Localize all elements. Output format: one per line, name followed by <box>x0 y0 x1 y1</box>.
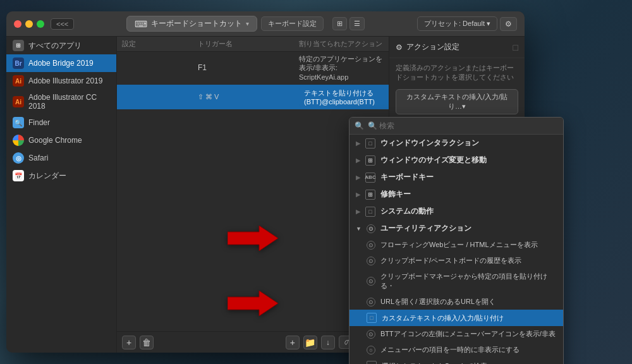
dropdown-item-label: クリップボード/ペーストボードの履歴を表示 <box>380 256 521 265</box>
keyboard-icon: ⌨ <box>135 19 147 29</box>
panel-title: アクション設定 <box>406 42 459 52</box>
gear-button[interactable]: ⚙ <box>500 17 517 31</box>
col-trigger: トリガー名 <box>198 39 299 49</box>
utility-icon: ⊙ <box>367 224 375 233</box>
trash-icon: 🗑 <box>142 337 151 348</box>
dropdown-item-label: メニューバーの項目を一時的に非表示にする <box>380 345 520 355</box>
sidebar: ⊞ すべてのアプリ Br Adobe Bridge 2019 Ai Adobe … <box>6 37 117 353</box>
table-row[interactable]: ⇧ ⌘ V テキストを貼り付ける (BTT)@clipboard(BTT) <box>117 85 389 110</box>
trigger-cell: ⇧ ⌘ V <box>198 93 299 101</box>
chevron-right-icon: ▶ <box>356 157 360 164</box>
cmd-icon: ⌘ <box>205 93 212 101</box>
dropdown-group-keyboard[interactable]: ▶ ABC キーボードキー <box>349 169 563 186</box>
sidebar-item-adobe-illustrator-2019[interactable]: Ai Adobe Illustrator 2019 <box>6 72 116 90</box>
dropdown-item-btt-icon[interactable]: ⊙ BTTアイコンの左側にメニューバーアイコンを表示/非表 <box>349 326 563 342</box>
chevron-right-icon: ▶ <box>356 140 360 147</box>
import-button[interactable]: ↓ <box>321 336 335 349</box>
delete-shortcut-button[interactable]: 🗑 <box>140 336 154 349</box>
nav-back-button[interactable]: <<< <box>51 18 74 30</box>
dropdown-item-custom-text[interactable]: □ カスタムテキストの挿入/入力/貼り付け <box>349 310 563 326</box>
all-apps-icon: ⊞ <box>13 40 24 51</box>
sidebar-item-label: すべてのアプリ <box>28 40 82 51</box>
sidebar-item-finder[interactable]: 🔍 Finder <box>6 114 116 131</box>
preset-selector[interactable]: プリセット: Default ▾ <box>417 16 497 31</box>
close-button[interactable] <box>14 20 21 28</box>
url-open-icon: ⊙ <box>367 298 375 306</box>
grid-view-button[interactable]: ⊞ <box>332 17 347 30</box>
sidebar-item-safari[interactable]: ◎ Safari <box>6 149 116 167</box>
dropdown-item-clipboard-history[interactable]: ⊙ クリップボード/ペーストボードの履歴を表示 <box>349 253 563 269</box>
panel-header: ⚙ アクション設定 □ <box>389 37 525 58</box>
titlebar-segment: ⌨ キーボードショートカット ▾ キーボード設定 ⊞ ☰ <box>79 16 412 32</box>
shift-icon: ⇧ <box>198 93 204 101</box>
safari-icon: ◎ <box>13 152 24 164</box>
sidebar-item-adobe-illustrator-cc[interactable]: Ai Adobe Illustrator CC 2018 <box>6 90 116 114</box>
dropdown-item-label: ユーティリティアクション <box>380 223 471 234</box>
sidebar-item-label: Adobe Bridge 2019 <box>28 59 94 68</box>
custom-text-button[interactable]: カスタムテキストの挿入/入力/貼り…▾ <box>396 89 518 114</box>
dropdown-item-label: ウィンドウのサイズ変更と移動 <box>380 155 487 166</box>
table-body: F1 特定のアプリケーションを表示/非表示: ScriptKeyAi.app ⇧… <box>117 52 389 331</box>
sidebar-item-calendar[interactable]: 📅 カレンダー <box>6 167 116 185</box>
dropdown-item-floating-web[interactable]: ⊙ フローティングWebビュー / HTMLメニューを表示 <box>349 237 563 253</box>
dropdown-group-system[interactable]: ▶ □ システムの動作 <box>349 203 563 220</box>
dropdown-item-label: カスタムテキストの挿入/入力/貼り付け <box>382 313 504 323</box>
col-action: 割り当てられたアクション <box>299 39 384 49</box>
keyboard-settings-button[interactable]: キーボード設定 <box>261 16 324 31</box>
list-view-button[interactable]: ☰ <box>349 17 365 30</box>
dropdown-group-window-resize[interactable]: ▶ ⊞ ウィンドウのサイズ変更と移動 <box>349 152 563 169</box>
table-header: 設定 トリガー名 割り当てられたアクション <box>117 37 389 52</box>
sidebar-item-all-apps[interactable]: ⊞ すべてのアプリ <box>6 37 116 54</box>
sidebar-item-adobe-bridge[interactable]: Br Adobe Bridge 2019 <box>6 54 116 72</box>
adobe-illustrator-cc-icon: Ai <box>13 96 24 107</box>
keyboard-icon: ABC <box>365 173 375 183</box>
dropdown-item-label: 修飾キー <box>380 189 411 200</box>
maximize-button[interactable] <box>37 20 44 28</box>
google-chrome-icon <box>13 135 24 146</box>
key-v: V <box>214 93 219 100</box>
search-bar: 🔍 <box>349 118 563 135</box>
dropdown-item-label: フローティングWebビュー / HTMLメニューを表示 <box>380 240 538 250</box>
sidebar-item-google-chrome[interactable]: Google Chrome <box>6 131 116 149</box>
dropdown-popup: 🔍 ▶ □ ウィンドウインタラクション ▶ ⊞ ウィンドウのサイズ変更と移動 ▶… <box>349 117 564 364</box>
clipboard-manager-icon: ⊙ <box>367 277 375 286</box>
resize-icon: ⊞ <box>365 155 375 166</box>
add-action-button[interactable]: + <box>286 336 300 349</box>
dropdown-item-label: キーボードキー <box>380 172 434 183</box>
minimize-button[interactable] <box>25 20 33 28</box>
chevron-right-icon: ▶ <box>356 209 360 215</box>
dropdown-item-url-open[interactable]: ⊙ URLを開く/ 選択肢のあるURLを開く <box>349 294 563 310</box>
action-cell: テキストを貼り付ける (BTT)@clipboard(BTT) <box>299 87 384 107</box>
floating-web-icon: ⊙ <box>367 241 375 250</box>
action-badge: テキストを貼り付ける (BTT)@clipboard(BTT) <box>299 87 384 107</box>
gear-icon: ⚙ <box>396 43 403 52</box>
btt-icon: ⊙ <box>367 330 375 339</box>
panel-description: 定義済みのアクションまたはキーボードショートカットを選択してください <box>396 63 518 83</box>
chevron-right-icon: ▶ <box>356 191 360 198</box>
table-row[interactable]: F1 特定のアプリケーションを表示/非表示: ScriptKeyAi.app <box>117 52 389 85</box>
sidebar-item-label: Adobe Illustrator CC 2018 <box>28 93 110 111</box>
dropdown-item-menubar-hide[interactable]: ○ メニューバーの項目を一時的に非表示にする <box>349 342 563 358</box>
keyboard-shortcut-pill[interactable]: ⌨ キーボードショートカット ▾ <box>126 16 257 32</box>
dropdown-group-modifier[interactable]: ▶ ⊞ 修飾キー <box>349 186 563 203</box>
search-input[interactable] <box>368 121 558 130</box>
chevron-down-icon: ▾ <box>246 20 249 27</box>
sidebar-item-label: Finder <box>28 118 50 127</box>
traffic-lights <box>14 20 44 28</box>
google-search-icon: ⊞ <box>367 361 377 364</box>
folder-button[interactable]: 📁 <box>303 336 317 349</box>
trigger-cell: F1 <box>198 63 299 72</box>
dropdown-group-window-interaction[interactable]: ▶ □ ウィンドウインタラクション <box>349 135 563 152</box>
keyboard-shortcut-label: キーボードショートカット <box>151 18 242 29</box>
dropdown-item-clipboard-manager[interactable]: ⊙ クリップボードマネージャから特定の項目を貼り付ける・ <box>349 269 563 294</box>
main-table-area: 設定 トリガー名 割り当てられたアクション F1 特定のアプリケーションを表示/… <box>117 37 389 353</box>
dropdown-group-utility[interactable]: ▼ ⊙ ユーティリティアクション <box>349 220 563 237</box>
dropdown-item-google-search[interactable]: ⊞ 選択したテキストをGoogleで検索 <box>349 358 563 364</box>
panel-close-button[interactable]: □ <box>513 42 518 52</box>
calendar-icon: 📅 <box>13 170 24 181</box>
system-icon: □ <box>365 207 375 217</box>
folder-icon: 📁 <box>305 337 315 348</box>
window-icon: □ <box>365 138 375 149</box>
menubar-hide-icon: ○ <box>367 346 375 355</box>
add-shortcut-button[interactable]: + <box>122 336 136 349</box>
